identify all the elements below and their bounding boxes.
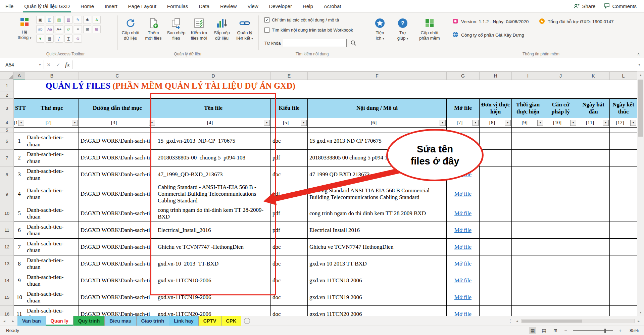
cell-file-name[interactable]: gxd.vn-10_2013_TT-BXD xyxy=(156,255,271,272)
filter-dropdown-button[interactable]: ▼ xyxy=(603,120,609,126)
sheet-nav-left-icon[interactable]: ◂ xyxy=(0,316,9,326)
search-columns-checkbox[interactable]: ✓ xyxy=(264,17,269,22)
copy-files-button[interactable]: Sao chépfiles xyxy=(165,15,187,49)
select-all-corner[interactable] xyxy=(0,72,14,80)
row-header[interactable]: 11 xyxy=(0,222,14,239)
table-header-cell[interactable]: Căn cứ pháp lý xyxy=(544,99,577,118)
row-header[interactable]: 16 xyxy=(0,306,14,316)
cell-path[interactable]: D:\GXD WORK\Danh-sach-ti xyxy=(79,239,156,255)
settings-icon[interactable]: ✱ xyxy=(83,16,91,24)
row-header[interactable]: 7 xyxy=(0,150,14,166)
filter-cell[interactable]: [11] ▼ xyxy=(577,118,610,128)
cell-file-name[interactable]: gxd.vn-11TCN18-2006 xyxy=(156,272,271,289)
cell-description[interactable]: gxd.vn 11TCN20 2006 xyxy=(308,306,447,316)
sheet-tab[interactable]: CPTV xyxy=(199,316,221,326)
cell-folder[interactable]: Danh-sach-tieu-chuan xyxy=(25,289,79,306)
add-sheet-button[interactable]: + xyxy=(241,316,253,326)
cell-file-type[interactable]: doc xyxy=(271,239,308,255)
cell-file-name[interactable]: Cabling Standard - ANSI-TIA-EIA 568 B - … xyxy=(156,183,271,205)
open-file-link[interactable]: Mở file xyxy=(454,294,472,300)
cell-empty[interactable] xyxy=(610,166,637,183)
open-file-link[interactable]: Mở file xyxy=(454,191,472,197)
zoom-slider[interactable] xyxy=(573,328,613,333)
tab-splitter[interactable]: ⋮ xyxy=(508,316,513,326)
column-header[interactable]: G xyxy=(447,72,480,80)
cell-folder[interactable]: Danh-sach-tieu-chuan xyxy=(25,222,79,239)
open-file-link[interactable]: Mở file xyxy=(454,260,472,267)
cell-stt[interactable]: 8 xyxy=(14,255,25,272)
filter-dropdown-button[interactable]: ▼ xyxy=(149,120,155,126)
filter-cell[interactable]: [1] ▼ xyxy=(14,118,25,128)
row-header[interactable]: 4 xyxy=(0,118,14,128)
table-header-cell[interactable]: Kiểu file xyxy=(271,99,308,118)
collapse-ribbon-icon[interactable]: ∧ xyxy=(637,52,640,56)
filter-cell[interactable]: [5] ▼ xyxy=(271,118,308,128)
sheet-tab[interactable]: Van ban xyxy=(17,316,46,326)
column-header[interactable]: F xyxy=(308,72,447,80)
row-header[interactable]: 15 xyxy=(0,289,14,306)
cell-stt[interactable]: 9 xyxy=(14,272,25,289)
filter-dropdown-button[interactable]: ▼ xyxy=(570,120,576,126)
format-painter-icon[interactable]: ✎ xyxy=(74,16,82,24)
horizontal-scroll-thumb[interactable] xyxy=(522,320,582,323)
filter-cell[interactable]: [6] ▼ xyxy=(308,118,447,128)
cell-empty[interactable] xyxy=(480,150,512,166)
tab-home[interactable]: Home xyxy=(75,0,99,12)
cell-empty[interactable] xyxy=(610,306,637,316)
table-header-cell[interactable]: Thời gian thực hiện xyxy=(512,99,544,118)
filter-cell[interactable]: [3] ▼ xyxy=(79,118,156,128)
cell-empty[interactable] xyxy=(544,272,577,289)
normal-view-icon[interactable]: ▦ xyxy=(529,327,536,334)
row-header[interactable]: 2 xyxy=(0,92,14,99)
cell-empty[interactable] xyxy=(610,239,637,255)
cell-path[interactable]: D:\GXD WORK\Danh-sach-ti xyxy=(79,166,156,183)
scroll-up-icon[interactable]: ▴ xyxy=(637,71,644,78)
clear-icon[interactable]: ⊖ xyxy=(74,35,82,43)
tab-formulas[interactable]: Formulas xyxy=(162,0,194,12)
cell-empty[interactable] xyxy=(577,183,610,205)
scroll-down-icon[interactable]: ▾ xyxy=(637,309,644,316)
table-header-cell[interactable]: Nội dung / Mô tả xyxy=(308,99,447,118)
cell-empty[interactable] xyxy=(480,133,512,150)
row-header[interactable]: 5 xyxy=(0,128,14,133)
cell-empty[interactable] xyxy=(544,239,577,255)
cell-description[interactable]: gxd.vn 10 2013 TT BXD xyxy=(308,255,447,272)
scroll-left-icon[interactable]: ◂ xyxy=(513,319,521,323)
manage-links-button[interactable]: Quản lýliên kết ▾ xyxy=(234,15,256,49)
cell-stt[interactable]: 7 xyxy=(14,239,25,255)
cell-stt[interactable]: 10 xyxy=(14,289,25,306)
scroll-right-icon[interactable]: ▸ xyxy=(635,319,643,323)
cell-path[interactable]: D:\GXD WORK\Danh-sach-ti xyxy=(79,272,156,289)
cell-folder[interactable]: Danh-sach-tieu-chuan xyxy=(25,239,79,255)
filter-cell[interactable]: [7] ▼ xyxy=(447,118,480,128)
cell-empty[interactable] xyxy=(610,272,637,289)
cell-empty[interactable] xyxy=(577,222,610,239)
tab-developer[interactable]: Developer xyxy=(264,0,297,12)
cell-empty[interactable] xyxy=(512,166,544,183)
zoom-out-icon[interactable]: − xyxy=(563,328,568,333)
cell-stt[interactable]: 4 xyxy=(14,183,25,205)
sort-data-button[interactable]: Sắp xếpdữ liệu xyxy=(211,15,233,49)
cell-file-type[interactable]: doc xyxy=(271,133,308,150)
cell-empty[interactable] xyxy=(512,205,544,222)
cell-empty[interactable] xyxy=(544,205,577,222)
vertical-scroll-thumb[interactable] xyxy=(638,80,643,137)
cell-empty[interactable] xyxy=(512,133,544,150)
tab-acrobat[interactable]: Acrobat xyxy=(318,0,347,12)
cell-path[interactable]: D:\GXD WORK\Danh-sach-ti xyxy=(79,222,156,239)
save-icon[interactable]: ◫ xyxy=(46,16,54,24)
cell-file-type[interactable]: pdf xyxy=(271,222,308,239)
cell-empty[interactable] xyxy=(610,150,637,166)
cell-file-name[interactable]: 47_1999_QD-BXD_213673 xyxy=(156,166,271,183)
open-file-link[interactable]: Mở file xyxy=(454,244,472,250)
cell-description[interactable]: gxd.vn 11TCN19 2006 xyxy=(308,289,447,306)
cell-empty[interactable] xyxy=(480,183,512,205)
sheet-tab[interactable]: Quy trinh xyxy=(73,316,105,326)
filter-cell[interactable]: [4] ▼ xyxy=(156,118,271,128)
system-button[interactable]: Hệ thống ▾ xyxy=(15,15,34,49)
cell-file-type[interactable]: doc xyxy=(271,306,308,316)
cell-empty[interactable] xyxy=(577,166,610,183)
cell-description[interactable]: cong trinh ngam do thi dinh kem TT 28 20… xyxy=(308,205,447,222)
cell-path[interactable]: D:\GXD WORK\Danh-sach-ti xyxy=(79,306,156,316)
cell-empty[interactable] xyxy=(577,306,610,316)
